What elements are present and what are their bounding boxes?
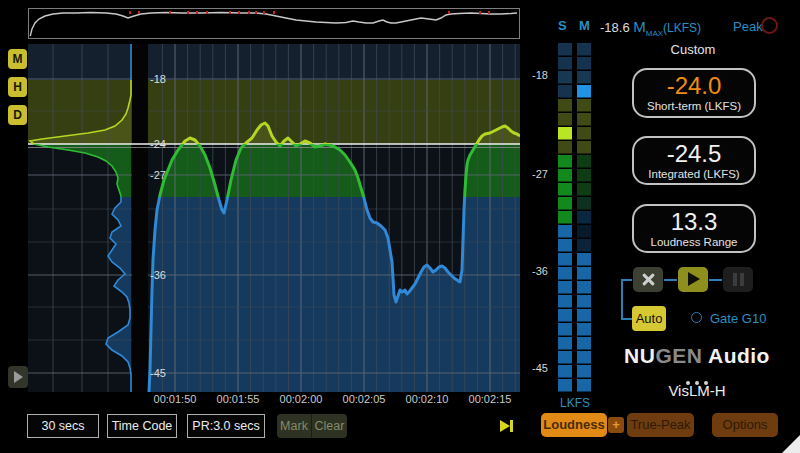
- time-axis: 00:01:5000:01:5500:02:0000:02:0500:02:10…: [28, 393, 520, 407]
- loudness-meter[interactable]: [554, 40, 596, 396]
- gate-label: Gate G10: [710, 311, 766, 326]
- meter-column-m-label: M: [579, 18, 590, 33]
- integrated-box[interactable]: -24.5 Integrated (LKFS): [632, 136, 756, 185]
- pause-icon: [733, 273, 737, 286]
- tab-options[interactable]: Options: [712, 413, 778, 437]
- svg-text:-45: -45: [150, 367, 166, 379]
- time-tick-label: 00:01:55: [206, 393, 270, 405]
- logo-nu: NU: [624, 344, 655, 367]
- nugen-audio-logo: NUGEN Audio: [600, 344, 794, 368]
- svg-text:-18: -18: [150, 73, 166, 85]
- meter-bars: [554, 40, 596, 396]
- short-term-label: Short-term (LKFS): [634, 100, 754, 113]
- meter-scale-label: -27: [520, 168, 548, 180]
- logo-audio: Audio: [702, 344, 770, 367]
- mark-button[interactable]: Mark: [277, 414, 312, 438]
- loudness-graph: -18-24-27-36-45: [28, 44, 520, 392]
- mmax-sub-label: MAX: [646, 29, 663, 38]
- auto-button[interactable]: Auto: [632, 306, 666, 331]
- short-term-box[interactable]: -24.0 Short-term (LKFS): [632, 68, 756, 118]
- timecode-button[interactable]: Time Code: [107, 414, 177, 438]
- meter-scale-label: -36: [520, 265, 548, 277]
- product-name: VisLM-H: [600, 382, 794, 399]
- loudness-visualization[interactable]: -18-24-27-36-45: [28, 44, 520, 392]
- skip-to-end-icon[interactable]: [499, 418, 515, 434]
- mmax-units-label: (LKFS): [663, 21, 701, 35]
- svg-text:-24: -24: [150, 138, 166, 150]
- svg-text:-36: -36: [150, 269, 166, 281]
- loudness-range-value: 13.3: [634, 208, 754, 236]
- time-window-button[interactable]: 30 secs: [27, 414, 99, 438]
- peak-indicator-lamp[interactable]: [761, 17, 778, 34]
- svg-text:-27: -27: [150, 169, 166, 181]
- auto-bracket: [621, 318, 632, 320]
- time-tick-label: 00:01:50: [143, 393, 207, 405]
- mode-button-distribution[interactable]: D: [8, 105, 27, 125]
- time-tick-label: 00:02:00: [269, 393, 333, 405]
- integrated-value: -24.5: [634, 140, 754, 168]
- clear-button[interactable]: Clear: [312, 414, 347, 438]
- meter-scale-label: -18: [520, 69, 548, 81]
- meter-scale-label: -45: [520, 362, 548, 374]
- pause-button[interactable]: [723, 267, 753, 292]
- meter-units-label: LKFS: [550, 396, 600, 410]
- pause-icon: [740, 273, 744, 286]
- time-tick-label: 00:02:15: [458, 393, 522, 405]
- peak-label: Peak: [733, 19, 763, 34]
- tab-loudness[interactable]: Loudness: [541, 413, 607, 437]
- play-button[interactable]: [678, 267, 708, 292]
- overview-envelope: [29, 9, 517, 36]
- mmax-readout: -18.6 MMAX(LKFS): [600, 18, 701, 38]
- short-term-value: -24.0: [634, 72, 754, 100]
- mode-button-momentary[interactable]: M: [8, 49, 27, 69]
- auto-bracket: [621, 279, 632, 281]
- auto-bracket: [621, 279, 623, 320]
- resize-corner[interactable]: [782, 435, 800, 453]
- loudness-range-label: Loudness Range: [634, 236, 754, 249]
- time-tick-label: 00:02:10: [395, 393, 459, 405]
- mode-button-history[interactable]: H: [8, 77, 27, 97]
- integrated-label: Integrated (LKFS): [634, 168, 754, 181]
- play-icon: [14, 371, 23, 383]
- reset-button[interactable]: [633, 267, 663, 292]
- histogram-play-button[interactable]: [8, 366, 28, 388]
- mmax-m-label: M: [633, 18, 646, 35]
- transport-connector: [664, 279, 677, 281]
- gate-indicator[interactable]: [691, 312, 702, 323]
- meter-scale: -18-27-36-45: [520, 40, 550, 380]
- loudness-range-box[interactable]: 13.3 Loudness Range: [632, 204, 756, 253]
- play-icon: [688, 272, 700, 286]
- time-tick-label: 00:02:05: [332, 393, 396, 405]
- meter-column-s-label: S: [558, 18, 567, 33]
- preset-name[interactable]: Custom: [632, 42, 754, 57]
- logo-gen: GEN: [655, 344, 702, 367]
- vislm-window: M H D -18-24-27-36-45 00:01:5000:01:5500…: [0, 0, 800, 453]
- transport-connector: [709, 279, 722, 281]
- mmax-value: -18.6: [600, 20, 630, 35]
- overview-waveform-strip[interactable]: [28, 8, 520, 39]
- tab-true-peak[interactable]: True-Peak: [627, 413, 694, 437]
- practical-range-button[interactable]: PR:3.0 secs: [187, 414, 265, 438]
- add-view-button[interactable]: +: [608, 417, 624, 433]
